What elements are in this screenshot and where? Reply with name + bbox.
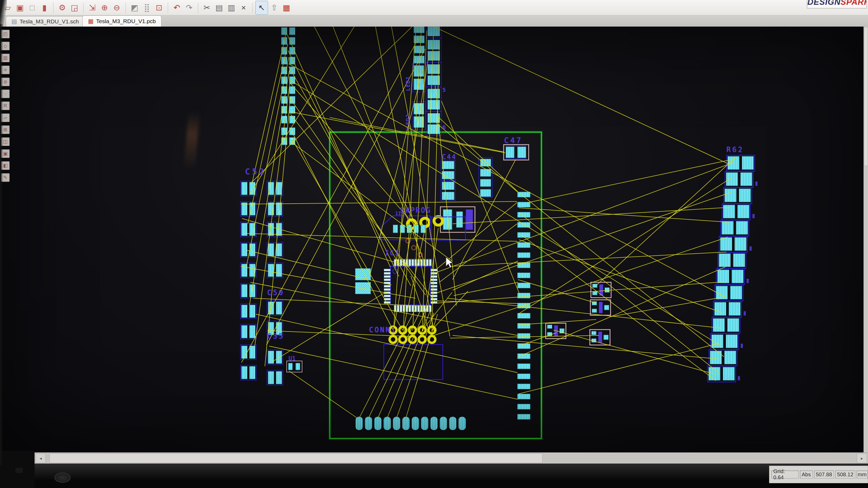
paste-icon: ▥ xyxy=(228,3,235,12)
main-toolbar: ▱ ▣ □ ▮ ⚙ ◲ ⇲ ⊕ ⊖ ◩ ⣿ ⊡ ↶ ↷ ✂ ▤ ▥ × ↖ ⇧ … xyxy=(0,0,868,15)
label-led1: LED1 xyxy=(405,76,411,91)
select-cursor-button[interactable]: ↖ xyxy=(255,1,268,14)
pcb-canvas[interactable]: ◰ ◇ ▥ ≡ ⊘ ◌ R ▱ ⊞ ◫ ▣ ◧ ✎ C52 C50 C35 U1… xyxy=(0,27,868,452)
monitor-button xyxy=(16,468,23,473)
vertical-scroll-thumb[interactable] xyxy=(864,27,868,166)
monitor-bezel-top-left xyxy=(0,0,7,27)
label-pin11: 11 xyxy=(395,210,401,216)
toolbar-separator xyxy=(53,2,54,13)
tab-pcb[interactable]: ▦ Tesla_M3_RDU_V1.pcb xyxy=(83,15,161,27)
dot-grid-button[interactable]: ⣿ xyxy=(141,1,153,14)
vertical-scrollbar[interactable] xyxy=(864,27,868,452)
label-c52: C52 xyxy=(245,167,266,176)
dot-grid-icon: ⣿ xyxy=(144,3,150,12)
print-setup-icon: ⊡ xyxy=(156,3,162,12)
components xyxy=(240,27,757,430)
fill-tool-button[interactable]: ◩ xyxy=(128,1,141,14)
horizontal-scrollbar[interactable]: ◂ ▸ xyxy=(35,452,868,464)
horizontal-scroll-thumb[interactable] xyxy=(50,453,542,463)
monitor-photo: { "brand": {"design": "DESIGN", "spark":… xyxy=(0,0,868,488)
pcb-doc-icon: ▦ xyxy=(88,18,94,25)
copy-icon: ▤ xyxy=(215,3,223,12)
zoom-extents-button[interactable]: ⇲ xyxy=(86,1,98,14)
coord-mode-readout: Abs xyxy=(800,470,813,479)
toolbar-separator xyxy=(168,2,168,13)
library-button[interactable]: ▮ xyxy=(38,1,51,14)
label-led2: LED2 xyxy=(405,114,411,129)
label-pin6: 6 xyxy=(442,124,446,130)
scroll-left-button[interactable]: ◂ xyxy=(36,453,46,463)
paste-button[interactable]: ▥ xyxy=(225,1,238,14)
library-book-icon: ▮ xyxy=(42,3,47,12)
label-c47: C47 xyxy=(504,136,523,145)
document-tab-bar: ▤ Tesla_M3_RDU_V1.sch ▦ Tesla_M3_RDU_V1.… xyxy=(0,15,868,27)
component-button[interactable]: ▦ xyxy=(280,1,292,14)
label-swprog: SWPROG xyxy=(400,206,431,214)
grid-readout: Grid: 0.64 xyxy=(772,470,799,479)
mouse-cursor xyxy=(445,257,455,269)
undo-icon: ↶ xyxy=(174,3,180,12)
zoom-out-button[interactable]: ⊖ xyxy=(111,1,123,14)
label-r62: R62 xyxy=(726,145,744,154)
label-c50: C50 xyxy=(267,289,284,297)
zoom-in-icon: ⊕ xyxy=(101,3,108,12)
toolbar-separator xyxy=(252,2,253,13)
delete-x-icon: × xyxy=(241,3,246,12)
label-ic3: IC3 xyxy=(385,249,400,257)
label-c44: C44 xyxy=(442,153,457,161)
abs-x-readout: 507.88 xyxy=(814,470,834,479)
pcb-layout-svg[interactable] xyxy=(0,27,868,452)
toolbar-separator xyxy=(83,2,84,13)
scissors-icon: ✂ xyxy=(204,3,210,12)
designspark-logo: DESIGNSPARK xyxy=(807,0,867,8)
move-up-button[interactable]: ⇧ xyxy=(268,1,280,14)
ratsnest xyxy=(241,27,736,418)
redo-icon: ↷ xyxy=(186,3,192,12)
redo-button[interactable]: ↷ xyxy=(183,1,195,14)
monitor-bezel-left xyxy=(0,24,3,465)
cut-button[interactable]: ✂ xyxy=(201,1,213,14)
label-c35: C35 xyxy=(267,332,284,340)
tab-schematic[interactable]: ▤ Tesla_M3_RDU_V1.sch xyxy=(6,16,85,27)
save-icon: ▣ xyxy=(16,3,24,12)
cursor-arrow-icon: ↖ xyxy=(258,3,265,12)
label-u1: U1 xyxy=(288,355,296,362)
up-arrow-icon: ⇧ xyxy=(271,3,277,12)
component-icon: ▦ xyxy=(283,3,290,12)
label-pin5: 5 xyxy=(442,87,446,93)
monitor-bezel xyxy=(0,463,868,488)
grid-pin-button[interactable]: ◲ xyxy=(68,1,81,14)
fill-tool-icon: ◩ xyxy=(131,3,138,12)
tab-pcb-label: Tesla_M3_RDU_V1.pcb xyxy=(96,18,156,25)
copy-button[interactable]: ▤ xyxy=(213,1,225,14)
scroll-right-button[interactable]: ▸ xyxy=(857,453,867,463)
label-conn1: CONN1 xyxy=(369,326,397,334)
print-setup-button[interactable]: ⊡ xyxy=(153,1,165,14)
abs-y-readout: 508.12 xyxy=(835,470,855,479)
zoom-extents-icon: ⇲ xyxy=(89,3,95,12)
schematic-doc-icon: ▤ xyxy=(11,18,17,25)
zoom-out-icon: ⊖ xyxy=(113,3,120,12)
undo-button[interactable]: ↶ xyxy=(171,1,183,14)
save-button[interactable]: ▣ xyxy=(14,1,26,14)
settings-button[interactable]: ⚙ xyxy=(56,1,68,14)
new-document-icon: □ xyxy=(30,3,35,12)
monitor-logo xyxy=(55,473,70,483)
gear-icon: ⚙ xyxy=(59,3,66,12)
brand-design-text: DESIGN xyxy=(807,0,841,7)
grid-pin-icon: ◲ xyxy=(71,3,78,12)
toolbar-separator xyxy=(198,2,198,13)
brand-spark-text: SPARK xyxy=(841,0,867,7)
new-document-button[interactable]: □ xyxy=(26,1,38,14)
tab-schematic-label: Tesla_M3_RDU_V1.sch xyxy=(20,18,79,25)
zoom-in-button[interactable]: ⊕ xyxy=(98,1,111,14)
status-bar: Grid: 0.64 Abs 507.88 508.12 mm xyxy=(769,466,868,483)
units-readout: mm xyxy=(857,470,868,479)
delete-button[interactable]: × xyxy=(238,1,250,14)
